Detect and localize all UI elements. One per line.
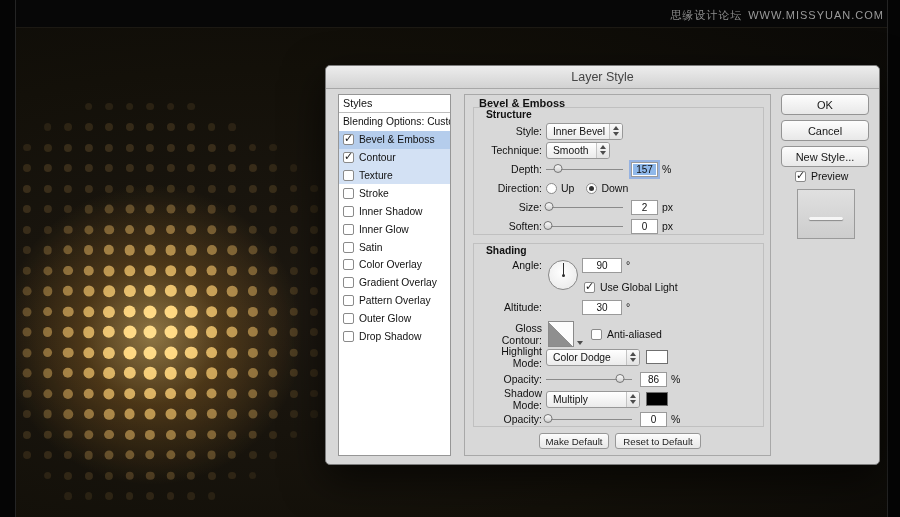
highlight-opacity-thumb[interactable] (615, 374, 624, 383)
size-field[interactable]: 2 (631, 200, 658, 215)
style-select[interactable]: Inner Bevel (546, 123, 623, 140)
angle-field[interactable]: 90 (582, 258, 622, 273)
style-item-label: Color Overlay (359, 259, 422, 270)
styles-item-contour[interactable]: Contour (339, 149, 450, 167)
styles-item-drop-shadow[interactable]: Drop Shadow (339, 328, 450, 346)
shading-group: Shading Angle: 90 ° Use Global Light (473, 243, 764, 427)
soften-field[interactable]: 0 (631, 219, 658, 234)
contour-checkbox[interactable] (343, 152, 354, 163)
styles-item-texture[interactable]: Texture (339, 167, 450, 185)
preview-checkbox[interactable] (795, 171, 806, 182)
contour-picker-arrow-icon[interactable] (574, 321, 585, 347)
use-global-light-label: Use Global Light (600, 281, 678, 293)
depth-slider-thumb[interactable] (554, 164, 563, 173)
reset-to-default-button[interactable]: Reset to Default (615, 433, 701, 449)
shadow-color-swatch[interactable] (646, 392, 668, 406)
stroke-checkbox[interactable] (343, 188, 354, 199)
altitude-unit: ° (626, 301, 630, 313)
style-item-label: Outer Glow (359, 313, 411, 324)
watermark-cn: 思缘设计论坛 (670, 9, 742, 21)
shadow-mode-label: Shadow Mode: (474, 387, 546, 411)
style-label: Style: (474, 125, 546, 137)
depth-field[interactable]: 157 (631, 162, 658, 177)
soften-slider-thumb[interactable] (543, 221, 552, 230)
size-slider-thumb[interactable] (545, 202, 554, 211)
structure-group: Structure Style: Inner Bevel Technique: … (473, 107, 764, 235)
angle-unit: ° (626, 259, 630, 271)
styles-panel: Styles Blending Options: Custom Bevel & … (338, 94, 451, 456)
style-item-label: Satin (359, 242, 382, 253)
styles-item-blending-options[interactable]: Blending Options: Custom (339, 113, 450, 131)
dialog-title: Layer Style (571, 70, 634, 84)
direction-down-label: Down (601, 182, 628, 194)
highlight-mode-select[interactable]: Color Dodge (546, 349, 640, 366)
cancel-button[interactable]: Cancel (781, 120, 869, 141)
depth-label: Depth: (474, 163, 546, 175)
styles-item-outer-glow[interactable]: Outer Glow (339, 310, 450, 328)
anti-aliased-checkbox[interactable] (591, 329, 602, 340)
new-style-button[interactable]: New Style... (781, 146, 869, 167)
bevel-emboss-panel: Bevel & Emboss Structure Style: Inner Be… (464, 94, 771, 456)
highlight-mode-label: Highlight Mode: (474, 345, 546, 369)
styles-item-inner-glow[interactable]: Inner Glow (339, 220, 450, 238)
drop-shadow-checkbox[interactable] (343, 331, 354, 342)
shadow-opacity-slider[interactable] (546, 413, 632, 425)
pattern-overlay-checkbox[interactable] (343, 295, 354, 306)
right-edge-strip (887, 0, 900, 517)
altitude-value: 30 (596, 302, 607, 313)
styles-item-pattern-overlay[interactable]: Pattern Overlay (339, 292, 450, 310)
dialog-titlebar[interactable]: Layer Style (326, 66, 879, 89)
styles-item-stroke[interactable]: Stroke (339, 184, 450, 202)
shadow-mode-select[interactable]: Multiply (546, 391, 640, 408)
outer-glow-checkbox[interactable] (343, 313, 354, 324)
blending-options-label: Blending Options: Custom (343, 116, 450, 127)
style-item-label: Drop Shadow (359, 331, 421, 342)
styles-item-bevel-emboss[interactable]: Bevel & Emboss (339, 131, 450, 149)
soften-slider[interactable] (546, 220, 623, 232)
slider-track (546, 226, 623, 227)
bevel-emboss-checkbox[interactable] (343, 134, 354, 145)
direction-down-radio[interactable] (586, 183, 597, 194)
inner-glow-checkbox[interactable] (343, 224, 354, 235)
structure-title: Structure (486, 109, 532, 120)
depth-slider[interactable] (546, 163, 623, 175)
altitude-field[interactable]: 30 (582, 300, 622, 315)
use-global-light-checkbox[interactable] (584, 282, 595, 293)
preview-label: Preview (811, 170, 848, 182)
soften-value: 0 (642, 221, 648, 232)
styles-item-gradient-overlay[interactable]: Gradient Overlay (339, 274, 450, 292)
style-item-label: Inner Shadow (359, 206, 423, 217)
inner-shadow-checkbox[interactable] (343, 206, 354, 217)
soften-unit: px (662, 220, 673, 232)
highlight-color-swatch[interactable] (646, 350, 668, 364)
styles-header: Styles (339, 95, 450, 113)
screen: 思缘设计论坛WWW.MISSYUAN.COM Layer Style Style… (0, 0, 900, 517)
technique-select[interactable]: Smooth (546, 142, 610, 159)
texture-checkbox[interactable] (343, 170, 354, 181)
ok-button[interactable]: OK (781, 94, 869, 115)
shadow-opacity-field[interactable]: 0 (640, 412, 667, 427)
size-label: Size: (474, 201, 546, 213)
size-slider[interactable] (546, 201, 623, 213)
highlight-opacity-field[interactable]: 86 (640, 372, 667, 387)
shadow-opacity-value: 0 (651, 414, 657, 425)
gloss-contour-label: Gloss Contour: (474, 322, 546, 346)
select-arrows-icon (609, 124, 622, 139)
direction-label: Direction: (474, 182, 546, 194)
soften-label: Soften: (474, 220, 546, 232)
styles-item-color-overlay[interactable]: Color Overlay (339, 256, 450, 274)
styles-item-inner-shadow[interactable]: Inner Shadow (339, 202, 450, 220)
satin-checkbox[interactable] (343, 242, 354, 253)
style-select-value: Inner Bevel (553, 126, 609, 137)
gloss-contour-thumbnail[interactable] (548, 321, 574, 347)
color-overlay-checkbox[interactable] (343, 259, 354, 270)
depth-unit: % (662, 163, 671, 175)
styles-item-satin[interactable]: Satin (339, 238, 450, 256)
select-arrows-icon (626, 350, 639, 365)
make-default-button[interactable]: Make Default (539, 433, 609, 449)
angle-value: 90 (596, 260, 607, 271)
highlight-opacity-slider[interactable] (546, 373, 632, 385)
shadow-opacity-thumb[interactable] (543, 414, 552, 423)
gradient-overlay-checkbox[interactable] (343, 277, 354, 288)
direction-up-radio[interactable] (546, 183, 557, 194)
